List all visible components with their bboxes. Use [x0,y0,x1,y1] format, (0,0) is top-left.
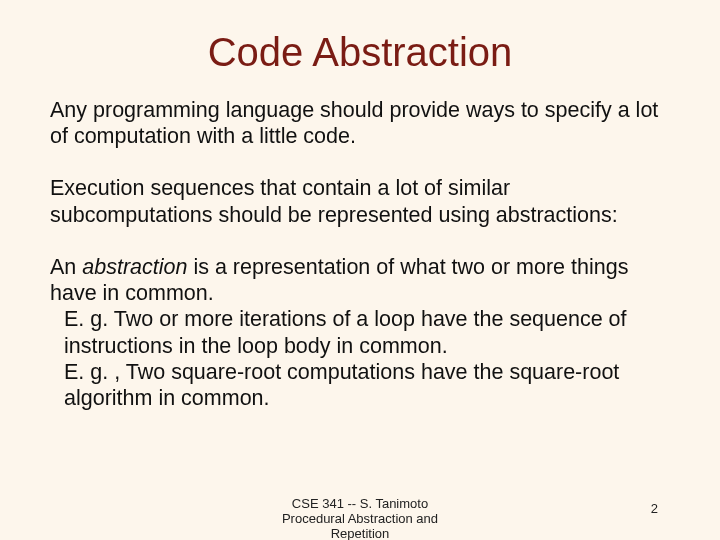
def-term: abstraction [82,255,187,279]
example-2: E. g. , Two square-root computations hav… [50,359,670,411]
def-pre: An [50,255,82,279]
slide: Code Abstraction Any programming languag… [0,0,720,540]
paragraph-2: Execution sequences that contain a lot o… [50,175,670,227]
slide-footer: CSE 341 -- S. Tanimoto Procedural Abstra… [0,494,720,538]
definition-line: An abstraction is a representation of wh… [50,254,670,306]
example-1: E. g. Two or more iterations of a loop h… [50,306,670,358]
page-number: 2 [651,501,658,516]
footer-center: CSE 341 -- S. Tanimoto Procedural Abstra… [230,497,490,540]
example-1-text: E. g. Two or more iterations of a loop h… [64,307,627,357]
footer-line-1: CSE 341 -- S. Tanimoto [230,497,490,512]
slide-body: Any programming language should provide … [50,97,670,411]
slide-title: Code Abstraction [50,30,670,75]
paragraph-3: An abstraction is a representation of wh… [50,254,670,411]
paragraph-1: Any programming language should provide … [50,97,670,149]
footer-line-3: Repetition [230,527,490,540]
example-2-text: E. g. , Two square-root computations hav… [64,360,619,410]
footer-line-2: Procedural Abstraction and [230,512,490,527]
